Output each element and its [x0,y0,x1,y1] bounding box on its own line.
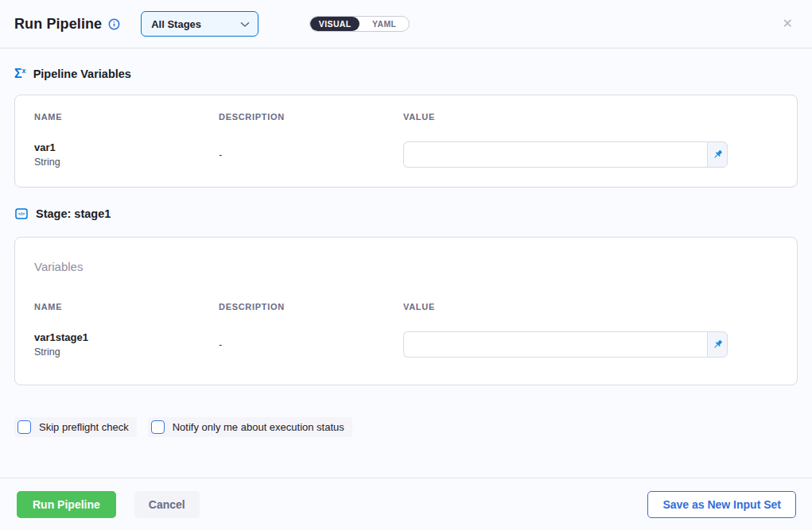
close-icon[interactable]: ✕ [779,14,796,33]
modal-body: Σx Pipeline Variables NAME DESCRIPTION V… [0,48,812,478]
pipeline-variables-table-header: NAME DESCRIPTION VALUE [34,112,778,122]
modal-footer: Run Pipeline Cancel Save as New Input Se… [0,478,812,530]
variable-name: var1 [34,141,219,153]
cancel-button[interactable]: Cancel [134,491,200,518]
variable-type: String [34,346,219,358]
variable-name-cell: var1 String [34,141,219,168]
skip-preflight-checkbox[interactable] [17,420,31,434]
table-row: var1 String - [34,141,778,168]
variable-name: var1stage1 [34,331,219,343]
stage-icon: </> [14,207,29,221]
pipeline-variables-icon: Σx [14,68,26,80]
save-as-new-input-set-button[interactable]: Save as New Input Set [647,491,796,518]
column-header-description: DESCRIPTION [219,302,403,311]
pipeline-variables-card: NAME DESCRIPTION VALUE var1 String - [14,95,798,188]
variable-name-cell: var1stage1 String [34,331,219,358]
stage-code-glyph: </> [18,212,25,217]
toggle-yaml[interactable]: YAML [359,17,409,31]
modal-header: Run Pipeline All Stages VISUAL YAML ✕ [0,0,812,48]
variable-description: - [219,149,403,161]
stage-selector-dropdown[interactable]: All Stages [141,11,258,37]
run-pipeline-modal: Run Pipeline All Stages VISUAL YAML ✕ Σx [0,0,812,530]
pipeline-variables-heading: Σx Pipeline Variables [14,68,798,80]
column-header-name: NAME [34,112,219,122]
variable-type: String [34,157,219,168]
table-row: var1stage1 String - [34,331,778,358]
variable-value-group [403,141,728,168]
stage-selector-value: All Stages [151,18,240,30]
page-title: Run Pipeline [14,16,102,33]
variable-value-input[interactable] [403,141,707,168]
toggle-visual[interactable]: VISUAL [310,17,359,31]
column-header-value: VALUE [403,112,778,122]
column-header-description: DESCRIPTION [219,112,403,122]
pin-icon[interactable] [707,141,728,168]
notify-me-option[interactable]: Notify only me about execution status [148,417,352,437]
variable-value-group [403,331,728,358]
run-pipeline-button[interactable]: Run Pipeline [17,491,116,518]
pipeline-variables-title: Pipeline Variables [33,68,131,80]
stage-variables-card-title: Variables [34,260,778,273]
column-header-name: NAME [34,302,219,311]
stage-variables-card: Variables NAME DESCRIPTION VALUE var1sta… [14,237,798,385]
stage-heading: </> Stage: stage1 [14,207,798,221]
column-header-value: VALUE [403,302,778,311]
notify-me-label: Notify only me about execution status [173,421,344,433]
stage-variables-table-header: NAME DESCRIPTION VALUE [34,302,778,311]
info-icon[interactable] [108,18,120,30]
pin-icon[interactable] [707,331,728,358]
skip-preflight-label: Skip preflight check [39,421,129,433]
skip-preflight-option[interactable]: Skip preflight check [14,417,137,437]
run-options: Skip preflight check Notify only me abou… [14,417,798,437]
variable-description: - [219,339,403,350]
variable-value-input[interactable] [403,331,707,358]
visual-yaml-toggle: VISUAL YAML [309,16,410,32]
chevron-down-icon [240,17,250,31]
stage-title: Stage: stage1 [36,207,111,220]
notify-me-checkbox[interactable] [151,420,165,434]
